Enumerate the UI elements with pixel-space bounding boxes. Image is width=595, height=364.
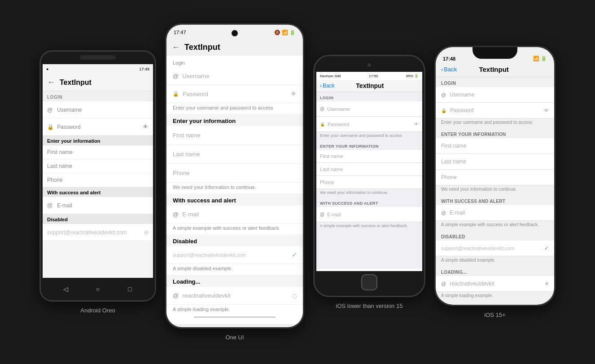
- ios-old-carrier: Nenhum SIM: [320, 74, 341, 78]
- ios-old-phone-field[interactable]: Phone: [316, 176, 422, 189]
- ios-old-lastname-field[interactable]: Last name: [316, 163, 422, 176]
- ios-old-success-helper: A simple example with success or alert f…: [316, 222, 422, 231]
- ios15-phone-field[interactable]: Phone: [436, 170, 554, 185]
- oneui-at-icon-2: @: [173, 211, 179, 218]
- ios15-login-label: LOGIN: [436, 77, 554, 87]
- android-phone-field[interactable]: Phone: [43, 173, 153, 187]
- android-back-nav[interactable]: ◁: [61, 285, 70, 294]
- android-password-field[interactable]: 🔒 Password 👁: [43, 118, 153, 136]
- ios-old-header: ‹ Back TextInput: [316, 80, 422, 92]
- ios-old-back[interactable]: ‹ Back: [320, 83, 335, 89]
- oneui-status: 17:47 🔕 📶 🔋: [166, 25, 303, 40]
- ios-old-back-label: Back: [323, 83, 335, 89]
- android-lastname-text: Last name: [47, 163, 149, 169]
- android-firstname-field[interactable]: First name: [43, 145, 153, 159]
- oneui-loading-helper: A simple loading example.: [166, 305, 303, 316]
- ios-old-column: Nenhum SIM 17:50 95% 🔋 ‹ Back TextInput …: [313, 55, 425, 309]
- android-username-field[interactable]: @ Username: [43, 101, 153, 118]
- oneui-loading-label: Loading...: [166, 275, 303, 287]
- lock-icon: 🔒: [47, 124, 53, 130]
- android-recents-nav[interactable]: □: [125, 285, 134, 294]
- android-lastname-field[interactable]: Last name: [43, 159, 153, 173]
- oneui-disabled-text: support@reactnativeuidevkit.com: [173, 252, 292, 258]
- oneui-login-helper: Enter your username and password to acce…: [166, 103, 303, 114]
- ios-old-lastname-text: Last name: [320, 167, 343, 172]
- ios15-status-icons: 📶 🔋: [533, 56, 547, 61]
- oneui-firstname-field[interactable]: First name: [166, 126, 303, 145]
- oneui-username-field[interactable]: @ Username: [166, 67, 303, 85]
- oneui-back-icon[interactable]: ←: [172, 43, 180, 52]
- android-username-text: Username: [57, 107, 149, 113]
- android-oreo-content: Login @ Username 🔒 Password 👁 Enter your…: [43, 91, 153, 278]
- ios15-phone-text: Phone: [441, 174, 457, 180]
- android-oreo-column: ● 17:49 ← TextInput Login @ Username: [39, 50, 156, 314]
- android-email-field[interactable]: @ E-mail: [43, 197, 153, 214]
- ios-old-email-field[interactable]: @ E-mail: [316, 207, 422, 222]
- oneui-login-label: Login: [166, 56, 303, 67]
- ios-old-firstname-field[interactable]: First name: [316, 150, 422, 163]
- ios15-firstname-field[interactable]: First name: [436, 138, 554, 154]
- ios15-disabled-field: support@reactnativeuidevkit.com ✓: [436, 241, 554, 256]
- ios15-eye-icon[interactable]: 👁: [544, 108, 549, 113]
- oneui-success-label: With success and alert: [166, 193, 303, 206]
- android-email-text: E-mail: [57, 202, 149, 209]
- ios-old-login-label: LOGIN: [316, 92, 422, 101]
- oneui-phone-field[interactable]: Phone: [166, 164, 303, 183]
- ios-old-shell: Nenhum SIM 17:50 95% 🔋 ‹ Back TextInput …: [313, 55, 425, 297]
- ios15-lastname-text: Last name: [441, 158, 466, 165]
- ios-old-enter-info-label: ENTER YOUR INFORMATION: [316, 140, 422, 150]
- android-disabled-text: support@reactnativeuidevkit.com: [47, 229, 144, 236]
- oneui-lock-icon: 🔒: [173, 91, 179, 97]
- android-oreo-back-icon[interactable]: ←: [47, 78, 55, 87]
- ios15-notch: [472, 47, 517, 59]
- oneui-password-field[interactable]: 🔒 Password 👁: [166, 85, 303, 103]
- android-oreo-title: TextInput: [60, 79, 92, 87]
- ios15-email-text: E-mail: [450, 210, 465, 216]
- android-home-nav[interactable]: ○: [93, 285, 102, 294]
- oneui-shell: 17:47 🔕 📶 🔋 ← TextInput Login @ Username: [165, 23, 304, 329]
- android-bottom-bar: ◁ ○ □: [41, 278, 155, 300]
- ios15-back-chevron: ‹: [441, 66, 443, 73]
- oneui-enter-info-label: Enter your information: [166, 114, 303, 126]
- ios15-at-icon: @: [441, 92, 446, 97]
- ios15-enter-info-helper: We need your information to continue.: [436, 185, 554, 195]
- ios15-username-text: Username: [450, 92, 474, 98]
- ios15-username-field[interactable]: @ Username: [436, 87, 554, 103]
- ios15-email-field[interactable]: @ E-mail: [436, 205, 554, 221]
- ios15-at-icon-2: @: [441, 210, 446, 215]
- ios15-password-field[interactable]: 🔒 Password 👁: [436, 103, 554, 118]
- oneui-eye-icon[interactable]: 👁: [291, 91, 297, 97]
- android-login-label: Login: [43, 91, 153, 101]
- ios15-at-icon-3: @: [441, 281, 446, 286]
- ios-old-username-field[interactable]: @ Username: [316, 101, 422, 117]
- ios15-lastname-field[interactable]: Last name: [436, 154, 554, 170]
- ios15-time: 17:48: [443, 56, 455, 61]
- ios-old-eye-icon[interactable]: 👁: [414, 122, 419, 127]
- android-status-time: 17:49: [139, 67, 149, 71]
- oneui-enter-info-helper: We need your information to continue.: [166, 183, 303, 193]
- oneui-at-icon: @: [173, 73, 179, 79]
- oneui-success-helper: A simple example with success or alert f…: [166, 224, 303, 234]
- ios-old-password-field[interactable]: 🔒 Password 👁: [316, 117, 422, 132]
- android-success-alert-label: With success and alert: [43, 187, 153, 197]
- ios15-shell: 17:48 📶 🔋 ‹ Back TextInput LOGIN @: [434, 46, 556, 306]
- ios-old-at-icon: @: [320, 106, 324, 111]
- ios-old-home-button[interactable]: [361, 274, 377, 290]
- ios15-content: LOGIN @ Username 🔒 Password 👁 Enter your…: [436, 77, 554, 299]
- android-oreo-shell: ● 17:49 ← TextInput Login @ Username: [39, 50, 156, 302]
- ios15-loading-field: @ reactnativeuidevkit ✳: [436, 276, 554, 292]
- android-password-text: Password: [57, 124, 143, 130]
- eye-icon[interactable]: 👁: [143, 123, 149, 130]
- oneui-lastname-field[interactable]: Last name: [166, 145, 303, 164]
- ios-old-at-icon-2: @: [320, 212, 324, 217]
- ios15-back[interactable]: ‹ Back: [441, 66, 457, 73]
- ios15-login-helper: Enter your username and password to acce…: [436, 118, 554, 128]
- ios15-firstname-text: First name: [441, 143, 467, 149]
- oneui-email-field[interactable]: @ E-mail: [166, 206, 303, 224]
- ios-old-content: LOGIN @ Username 🔒 Password 👁 Enter your…: [316, 92, 422, 269]
- ios-old-login-helper: Enter your username and password to acce…: [316, 132, 422, 140]
- android-disabled-field: support@reactnativeuidevkit.com ⊘: [43, 224, 153, 241]
- oneui-loading-field: @ reactnativeuidevkit ◌: [166, 287, 303, 305]
- ios15-disabled-text: support@reactnativeuidevkit.com: [441, 246, 544, 251]
- ios15-lock-icon: 🔒: [441, 108, 446, 113]
